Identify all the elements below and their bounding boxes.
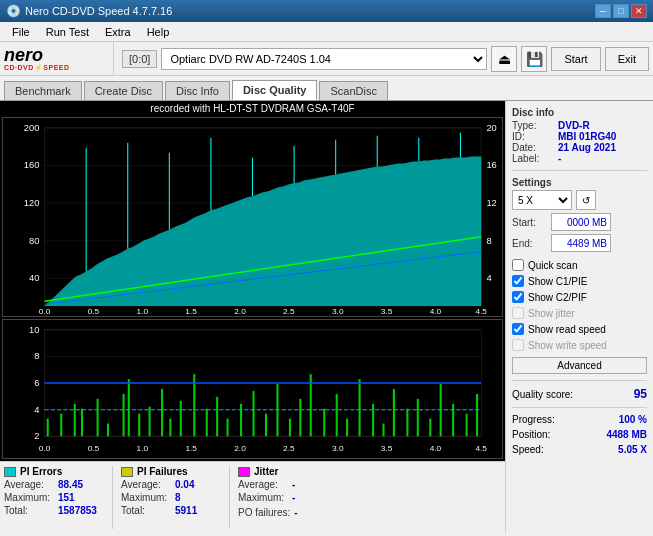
progress-row: Progress: 100 % <box>512 414 647 425</box>
show-jitter-row: Show jitter <box>512 307 647 319</box>
pi-errors-label: PI Errors <box>20 466 62 477</box>
show-read-checkbox[interactable] <box>512 323 524 335</box>
jitter-label: Jitter <box>254 466 278 477</box>
speed-value: 5.05 X <box>618 444 647 455</box>
quality-score-row: Quality score: 95 <box>512 387 647 401</box>
svg-text:2.5: 2.5 <box>283 444 295 453</box>
drive-select-area: [0:0] Optiarc DVD RW AD-7240S 1.04 <box>122 48 487 70</box>
svg-text:2: 2 <box>34 431 39 441</box>
minimize-button[interactable]: ─ <box>595 4 611 18</box>
pi-errors-total-value: 1587853 <box>58 505 97 516</box>
pi-errors-max-row: Maximum: 151 <box>4 492 104 503</box>
svg-text:1.0: 1.0 <box>137 307 149 316</box>
disc-type-row: Type: DVD-R <box>512 120 647 131</box>
end-mb-label: End: <box>512 238 547 249</box>
svg-rect-82 <box>417 399 419 436</box>
start-button[interactable]: Start <box>551 47 600 71</box>
svg-rect-83 <box>429 419 431 437</box>
svg-text:8: 8 <box>34 352 39 362</box>
pi-errors-stats: PI Errors Average: 88.45 Maximum: 151 To… <box>4 466 104 529</box>
svg-text:1.5: 1.5 <box>185 307 197 316</box>
tab-benchmark[interactable]: Benchmark <box>4 81 82 100</box>
drive-combo[interactable]: Optiarc DVD RW AD-7240S 1.04 <box>161 48 487 70</box>
svg-text:4.0: 4.0 <box>430 307 442 316</box>
menu-extra[interactable]: Extra <box>97 24 139 40</box>
disc-date-row: Date: 21 Aug 2021 <box>512 142 647 153</box>
disc-date-value: 21 Aug 2021 <box>558 142 616 153</box>
svg-rect-72 <box>299 399 301 436</box>
divider-2 <box>229 466 230 529</box>
disc-info-title: Disc info <box>512 107 647 118</box>
svg-rect-77 <box>359 379 361 436</box>
position-row: Position: 4488 MB <box>512 429 647 440</box>
svg-rect-61 <box>169 419 171 437</box>
end-mb-field[interactable] <box>551 234 611 252</box>
svg-rect-57 <box>128 379 130 436</box>
svg-rect-60 <box>161 389 163 436</box>
svg-rect-64 <box>206 409 208 437</box>
svg-text:1.0: 1.0 <box>137 444 149 453</box>
speed-select[interactable]: 5 X <box>512 190 572 210</box>
refresh-button[interactable]: ↺ <box>576 190 596 210</box>
pi-errors-total-label: Total: <box>4 505 54 516</box>
tab-disc-quality[interactable]: Disc Quality <box>232 80 318 100</box>
pi-failures-legend-box <box>121 467 133 477</box>
svg-rect-76 <box>346 419 348 437</box>
close-button[interactable]: ✕ <box>631 4 647 18</box>
menu-run-test[interactable]: Run Test <box>38 24 97 40</box>
svg-text:2.0: 2.0 <box>234 444 246 453</box>
show-read-label: Show read speed <box>528 324 606 335</box>
show-read-row: Show read speed <box>512 323 647 335</box>
pi-errors-total-row: Total: 1587853 <box>4 505 104 516</box>
svg-text:3.5: 3.5 <box>381 444 393 453</box>
disc-type-label: Type: <box>512 120 554 131</box>
pi-errors-max-label: Maximum: <box>4 492 54 503</box>
toolbar: nero CD·DVD⚡SPEED [0:0] Optiarc DVD RW A… <box>0 42 653 76</box>
menu-file[interactable]: File <box>4 24 38 40</box>
show-c1-checkbox[interactable] <box>512 275 524 287</box>
title-bar-left: 💿 Nero CD-DVD Speed 4.7.7.16 <box>6 4 172 18</box>
exit-button[interactable]: Exit <box>605 47 649 71</box>
po-failures-value: - <box>294 507 297 518</box>
svg-rect-80 <box>393 389 395 436</box>
show-write-checkbox[interactable] <box>512 339 524 351</box>
tab-scan-disc[interactable]: ScanDisc <box>319 81 387 100</box>
show-write-label: Show write speed <box>528 340 607 351</box>
svg-rect-69 <box>265 414 267 437</box>
svg-rect-86 <box>466 414 468 437</box>
show-c2-row: Show C2/PIF <box>512 291 647 303</box>
eject-button[interactable]: ⏏ <box>491 46 517 72</box>
po-failures-label: PO failures: <box>238 507 290 518</box>
jitter-max-value: - <box>292 492 295 503</box>
svg-rect-66 <box>227 419 229 437</box>
lower-chart-svg: 10 8 6 4 2 0.0 0.5 1.0 1.5 2.0 2.5 3.0 3… <box>3 320 502 458</box>
quality-score-value: 95 <box>634 387 647 401</box>
tab-disc-info[interactable]: Disc Info <box>165 81 230 100</box>
svg-rect-58 <box>138 414 140 437</box>
svg-text:3.5: 3.5 <box>381 307 393 316</box>
maximize-button[interactable]: □ <box>613 4 629 18</box>
pi-failures-legend: PI Failures <box>121 466 221 477</box>
disc-label-value: - <box>558 153 561 164</box>
show-c2-checkbox[interactable] <box>512 291 524 303</box>
advanced-button[interactable]: Advanced <box>512 357 647 374</box>
svg-text:120: 120 <box>24 198 40 208</box>
pi-failures-avg-label: Average: <box>121 479 171 490</box>
show-jitter-checkbox[interactable] <box>512 307 524 319</box>
start-mb-field[interactable] <box>551 213 611 231</box>
svg-text:0.5: 0.5 <box>88 307 100 316</box>
svg-text:40: 40 <box>29 274 39 284</box>
svg-text:2.0: 2.0 <box>234 307 246 316</box>
disc-type-value: DVD-R <box>558 120 590 131</box>
quick-scan-checkbox[interactable] <box>512 259 524 271</box>
svg-rect-78 <box>372 404 374 437</box>
progress-label: Progress: <box>512 414 555 425</box>
svg-text:80: 80 <box>29 236 39 246</box>
svg-text:4.0: 4.0 <box>430 444 442 453</box>
pi-failures-stats: PI Failures Average: 0.04 Maximum: 8 Tot… <box>121 466 221 529</box>
tab-create-disc[interactable]: Create Disc <box>84 81 163 100</box>
menu-help[interactable]: Help <box>139 24 178 40</box>
save-button[interactable]: 💾 <box>521 46 547 72</box>
svg-text:10: 10 <box>29 325 39 335</box>
divider-panel-3 <box>512 407 647 408</box>
